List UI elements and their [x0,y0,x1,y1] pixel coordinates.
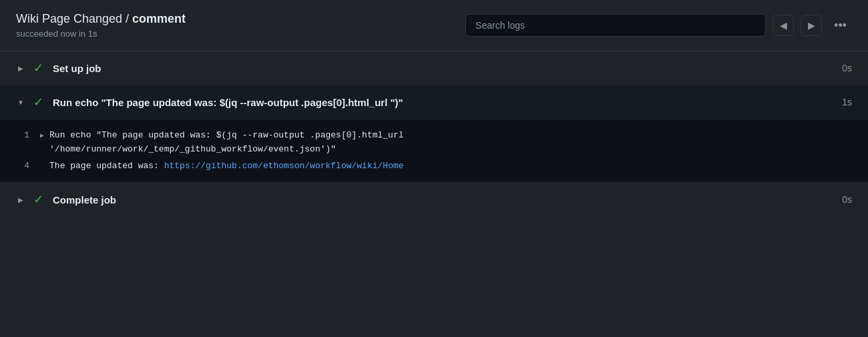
job-row-setup-job[interactable]: ▶ ✓ Set up job 0s [0,51,868,85]
header-left: Wiki Page Changed / comment succeeded no… [16,12,186,39]
search-input[interactable] [465,14,766,37]
job-duration: 0s [842,63,852,73]
check-icon: ✓ [33,192,43,207]
more-button[interactable]: ••• [829,16,852,35]
header-right: ◀ ▶ ••• [465,14,852,37]
nav-next-button[interactable]: ▶ [801,15,822,36]
header-subtitle: succeeded now in 1s [16,29,186,39]
expand-icon: ▶ [16,196,25,204]
check-icon: ✓ [33,61,43,75]
log-line-1[interactable]: 1 ▶ Run echo "The page updated was: $(jq… [0,127,868,158]
log-output: 1 ▶ Run echo "The page updated was: $(jq… [0,119,868,182]
log-line-4[interactable]: 4 ▶ The page updated was: https://github… [0,158,868,175]
job-row-run-echo[interactable]: ▼ ✓ Run echo "The page updated was: $(jq… [0,85,868,119]
more-icon: ••• [834,19,847,33]
title-prefix: Wiki Page Changed / [16,12,132,25]
check-icon: ✓ [33,95,43,109]
expand-icon: ▼ [16,99,25,106]
job-row-complete-job[interactable]: ▶ ✓ Complete job 0s [0,183,868,217]
line-content: The page updated was: https://github.com… [49,159,404,174]
job-label: Run echo "The page updated was: $(jq --r… [53,97,842,108]
log-url: https://github.com/ethomson/workflow/wik… [164,161,404,171]
job-duration: 1s [842,97,852,107]
line-number: 4 [0,159,40,174]
line-number: 1 [0,129,40,143]
job-label: Set up job [53,63,842,74]
title-bold: comment [132,12,186,25]
nav-prev-button[interactable]: ◀ [773,15,794,36]
job-label: Complete job [53,194,842,206]
header: Wiki Page Changed / comment succeeded no… [0,0,868,51]
line-expand-icon: ▶ [40,131,44,141]
header-title: Wiki Page Changed / comment [16,12,186,26]
expand-icon: ▶ [16,65,25,72]
content: ▶ ✓ Set up job 0s ▼ ✓ Run echo "The page… [0,51,868,217]
job-duration: 0s [842,194,852,205]
line-content: Run echo "The page updated was: $(jq --r… [49,129,404,157]
